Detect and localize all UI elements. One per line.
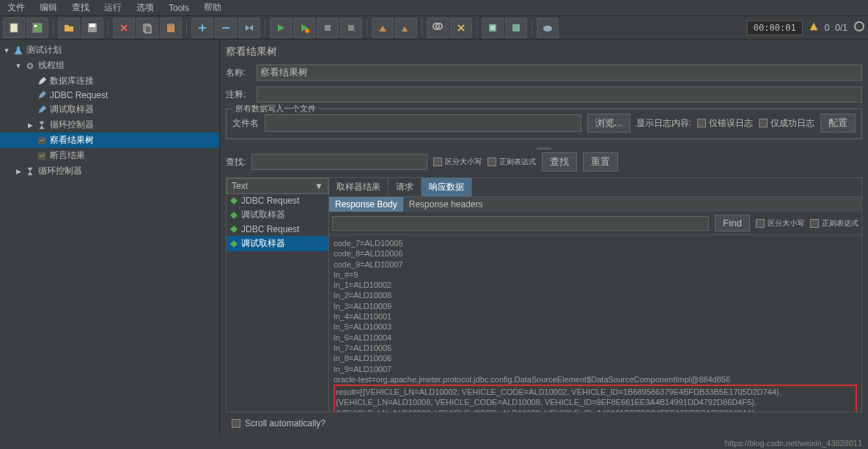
only-error-label: 仅错误日志	[709, 117, 753, 130]
menu-tools[interactable]: Tools	[164, 1, 194, 15]
file-label: 文件名	[232, 117, 259, 130]
result-item[interactable]: 调试取样器	[227, 236, 328, 251]
scroll-auto-checkbox[interactable]	[232, 419, 240, 428]
tree-item[interactable]: 断言结果	[0, 148, 219, 163]
svg-point-16	[543, 26, 552, 31]
paste-icon[interactable]	[160, 18, 182, 38]
svg-point-9	[305, 29, 309, 33]
svg-point-19	[29, 64, 32, 67]
tree-item[interactable]: ▶循环控制器	[0, 163, 219, 179]
find-regex-checkbox[interactable]	[810, 219, 819, 228]
save-icon[interactable]	[81, 18, 103, 38]
tree-item[interactable]: ▼线程组	[0, 58, 219, 73]
svg-rect-0	[10, 23, 18, 32]
svg-rect-8	[169, 23, 173, 26]
reset-search-icon[interactable]	[450, 18, 472, 38]
tree-item[interactable]: JDBC Request	[0, 89, 219, 102]
template-icon[interactable]	[26, 18, 48, 38]
menu-help[interactable]: 帮助	[199, 0, 226, 15]
open-icon[interactable]	[58, 18, 80, 38]
comment-input[interactable]	[257, 86, 862, 103]
comment-label: 注释:	[226, 89, 252, 101]
filename-input[interactable]	[265, 114, 581, 132]
reset-button[interactable]: 重置	[583, 152, 618, 171]
regex-label: 正则表达式	[499, 157, 536, 167]
svg-rect-2	[34, 25, 37, 27]
name-input[interactable]	[257, 64, 862, 81]
cut-icon[interactable]	[113, 18, 135, 38]
toolbar: 00:00:01 0 0/1	[0, 16, 868, 40]
configure-button[interactable]: 配置	[820, 114, 856, 133]
find-input[interactable]	[332, 216, 709, 231]
copy-icon[interactable]	[136, 18, 158, 38]
case-label: 区分大小写	[445, 157, 482, 167]
thread-count: 0/1	[835, 23, 847, 33]
subtab-response-headers[interactable]: Response headers	[403, 197, 489, 212]
renderer-combo[interactable]: Text▼	[227, 178, 328, 194]
menubar: 文件 编辑 查找 运行 选项 Tools 帮助	[0, 0, 868, 16]
find-case-label: 区分大小写	[768, 218, 804, 229]
new-icon[interactable]	[3, 18, 25, 38]
find-regex-label: 正则表达式	[822, 218, 858, 229]
expand-icon[interactable]	[191, 18, 213, 38]
regex-checkbox[interactable]	[488, 157, 496, 166]
chevron-down-icon: ▼	[315, 181, 323, 191]
svg-rect-10	[325, 25, 331, 31]
search-input[interactable]	[251, 154, 427, 170]
result-list[interactable]: JDBC Request调试取样器JDBC Request调试取样器	[227, 194, 328, 412]
tab-response-data[interactable]: 响应数据	[422, 178, 472, 196]
warning-icon	[809, 21, 819, 34]
stop-icon[interactable]	[317, 18, 339, 38]
tab-request[interactable]: 请求	[389, 178, 422, 196]
name-label: 名称:	[226, 67, 252, 79]
only-success-checkbox[interactable]	[759, 119, 768, 127]
menu-search[interactable]: 查找	[67, 0, 94, 15]
search-icon[interactable]	[427, 18, 449, 38]
tab-sampler-result[interactable]: 取样器结果	[329, 178, 389, 196]
timer: 00:00:01	[747, 21, 803, 35]
function-icon[interactable]	[482, 18, 504, 38]
menu-edit[interactable]: 编辑	[35, 0, 62, 15]
browse-button[interactable]: 浏览...	[587, 114, 630, 133]
menu-file[interactable]: 文件	[3, 0, 29, 15]
svg-rect-1	[33, 23, 42, 32]
log-label: 显示日志内容:	[636, 117, 691, 130]
result-item[interactable]: JDBC Request	[227, 194, 328, 207]
tree-item[interactable]: ▼测试计划	[0, 42, 219, 58]
response-body[interactable]: code_7=ALD10005code_8=ALD10006code_9=ALD…	[329, 235, 861, 412]
start-icon[interactable]	[270, 18, 292, 38]
case-checkbox[interactable]	[433, 157, 442, 166]
file-section-legend: 所有数据写入一个文件	[232, 103, 319, 114]
svg-rect-4	[89, 23, 95, 27]
search-label: 查找:	[226, 156, 246, 168]
find-case-checkbox[interactable]	[756, 219, 765, 228]
tree-item[interactable]: 数据库连接	[0, 73, 219, 89]
refresh-icon[interactable]	[853, 21, 865, 34]
tree-item[interactable]: 调试取样器	[0, 102, 219, 117]
collapse-icon[interactable]	[215, 18, 237, 38]
test-plan-tree[interactable]: ▼测试计划▼线程组数据库连接JDBC Request调试取样器▶循环控制器察看结…	[0, 40, 220, 437]
shutdown-icon[interactable]	[340, 18, 362, 38]
details-panel: 察看结果树 名称: 注释: 所有数据写入一个文件 文件名 浏览... 显示日志内…	[220, 40, 868, 437]
clear-icon[interactable]	[372, 18, 394, 38]
start-notimer-icon[interactable]	[293, 18, 315, 38]
only-error-checkbox[interactable]	[697, 119, 706, 127]
menu-options[interactable]: 选项	[132, 0, 158, 15]
menu-run[interactable]: 运行	[100, 0, 126, 15]
search-button[interactable]: 查找	[542, 152, 577, 171]
result-item[interactable]: 调试取样器	[227, 207, 328, 223]
cloud-icon[interactable]	[537, 18, 559, 38]
svg-rect-6	[145, 26, 151, 33]
splitter[interactable]: ▴▴▴▴▴	[226, 145, 862, 149]
tree-item[interactable]: 察看结果树	[0, 133, 219, 148]
toggle-icon[interactable]	[238, 18, 260, 38]
tree-item[interactable]: ▶循环控制器	[0, 117, 219, 133]
svg-point-17	[855, 22, 864, 31]
find-button[interactable]: Find	[715, 215, 750, 231]
clear-all-icon[interactable]	[395, 18, 417, 38]
help-icon[interactable]	[505, 18, 527, 38]
subtab-response-body[interactable]: Response Body	[329, 197, 403, 212]
page-title: 察看结果树	[226, 45, 862, 59]
result-item[interactable]: JDBC Request	[227, 223, 328, 236]
warn-count: 0	[825, 23, 830, 33]
